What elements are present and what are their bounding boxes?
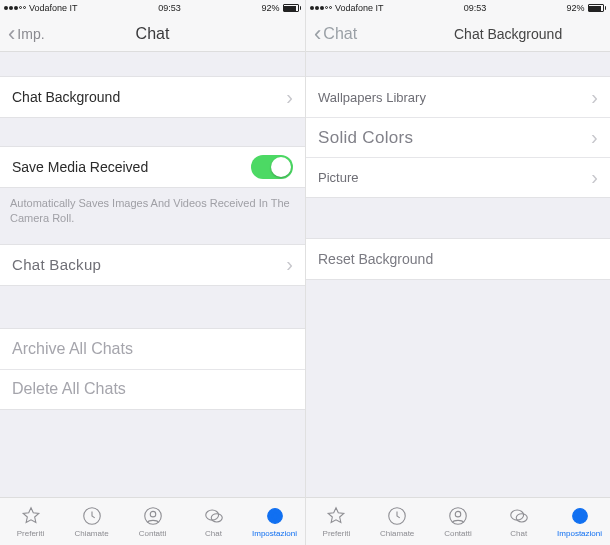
chevron-right-icon: › [591, 126, 598, 149]
chevron-right-icon: › [591, 86, 598, 109]
tab-chat[interactable]: Chat [489, 505, 549, 538]
row-label: Archive All Chats [12, 340, 133, 358]
tab-label: Chat [205, 529, 222, 538]
content-area: Wallpapers Library › Solid Colors › Pict… [306, 52, 610, 497]
page-title: Chat [136, 25, 170, 43]
back-label: Imp. [17, 26, 44, 42]
tab-label: Impostazioni [557, 529, 602, 538]
nav-bar: ‹ Imp. Chat [0, 16, 305, 52]
tab-label: Impostazioni [252, 529, 297, 538]
content-area: Chat Background › Save Media Received Au… [0, 52, 305, 497]
status-time: 09:53 [158, 3, 181, 13]
svg-point-8 [450, 508, 467, 525]
tab-contatti[interactable]: Contatti [123, 505, 183, 538]
tab-impostazioni[interactable]: Impostazioni [245, 505, 305, 538]
left-phone: Vodafone IT 09:53 92% ‹ Imp. Chat Chat B… [0, 0, 305, 545]
tab-preferiti[interactable]: Preferiti [306, 505, 366, 538]
gear-icon [263, 505, 287, 527]
tab-label: Chiamate [380, 529, 414, 538]
chevron-right-icon: › [591, 166, 598, 189]
status-bar: Vodafone IT 09:53 92% [306, 0, 610, 16]
tab-preferiti[interactable]: Preferiti [1, 505, 61, 538]
battery-icon [283, 4, 302, 12]
chat-icon [202, 505, 226, 527]
chevron-left-icon: ‹ [314, 23, 321, 45]
battery-percent: 92% [261, 3, 279, 13]
signal-dots-icon [310, 6, 332, 10]
battery-icon [588, 4, 607, 12]
save-media-toggle[interactable] [251, 155, 293, 179]
battery-percent: 92% [566, 3, 584, 13]
contact-icon [141, 505, 165, 527]
chevron-right-icon: › [286, 86, 293, 109]
tab-label: Preferiti [323, 529, 351, 538]
row-label: Solid Colors [318, 128, 413, 148]
page-title: Chat Background [454, 26, 562, 42]
carrier-label: Vodafone IT [335, 3, 384, 13]
back-label: Chat [323, 25, 357, 43]
chevron-left-icon: ‹ [8, 23, 15, 45]
tab-bar: Preferiti Chiamate Contatti Chat Imposta… [0, 497, 305, 545]
svg-point-9 [455, 511, 461, 517]
chat-icon [507, 505, 531, 527]
chat-backup-row[interactable]: Chat Backup › [0, 245, 305, 285]
row-label: Delete All Chats [12, 380, 126, 398]
tab-label: Contatti [139, 529, 167, 538]
gear-icon [568, 505, 592, 527]
tab-bar: Preferiti Chiamate Contatti Chat Imposta… [306, 497, 610, 545]
clock-icon [80, 505, 104, 527]
carrier-label: Vodafone IT [29, 3, 78, 13]
row-label: Wallpapers Library [318, 90, 426, 105]
wallpapers-library-row[interactable]: Wallpapers Library › [306, 77, 610, 117]
row-label: Save Media Received [12, 159, 148, 175]
tab-label: Chat [510, 529, 527, 538]
star-icon [19, 505, 43, 527]
svg-point-4 [211, 514, 222, 522]
save-media-row: Save Media Received [0, 147, 305, 187]
tab-chiamate[interactable]: Chiamate [62, 505, 122, 538]
back-button[interactable]: ‹ Chat [314, 23, 357, 45]
delete-all-row[interactable]: Delete All Chats [0, 369, 305, 409]
right-phone: Vodafone IT 09:53 92% ‹ Chat Chat Backgr… [305, 0, 610, 545]
solid-colors-row[interactable]: Solid Colors › [306, 117, 610, 157]
tab-label: Preferiti [17, 529, 45, 538]
archive-all-row[interactable]: Archive All Chats [0, 329, 305, 369]
tab-chat[interactable]: Chat [184, 505, 244, 538]
status-time: 09:53 [464, 3, 487, 13]
svg-point-11 [516, 514, 527, 522]
clock-icon [385, 505, 409, 527]
back-button[interactable]: ‹ Imp. [8, 23, 45, 45]
tab-label: Contatti [444, 529, 472, 538]
nav-bar: ‹ Chat Chat Background [306, 16, 610, 52]
status-bar: Vodafone IT 09:53 92% [0, 0, 305, 16]
row-label: Chat Backup [12, 256, 101, 273]
reset-background-row[interactable]: Reset Background [306, 239, 610, 279]
tab-impostazioni[interactable]: Impostazioni [550, 505, 610, 538]
tab-contatti[interactable]: Contatti [428, 505, 488, 538]
svg-point-1 [144, 508, 161, 525]
svg-point-2 [150, 511, 156, 517]
row-label: Reset Background [318, 251, 433, 267]
contact-icon [446, 505, 470, 527]
chat-background-row[interactable]: Chat Background › [0, 77, 305, 117]
svg-point-12 [572, 509, 587, 524]
picture-row[interactable]: Picture › [306, 157, 610, 197]
row-label: Chat Background [12, 89, 120, 105]
star-icon [324, 505, 348, 527]
row-label: Picture [318, 170, 358, 185]
signal-dots-icon [4, 6, 26, 10]
chevron-right-icon: › [286, 253, 293, 276]
save-media-note: Automatically Saves Images And Videos Re… [0, 188, 305, 230]
tab-label: Chiamate [74, 529, 108, 538]
svg-point-5 [267, 509, 282, 524]
tab-chiamate[interactable]: Chiamate [367, 505, 427, 538]
